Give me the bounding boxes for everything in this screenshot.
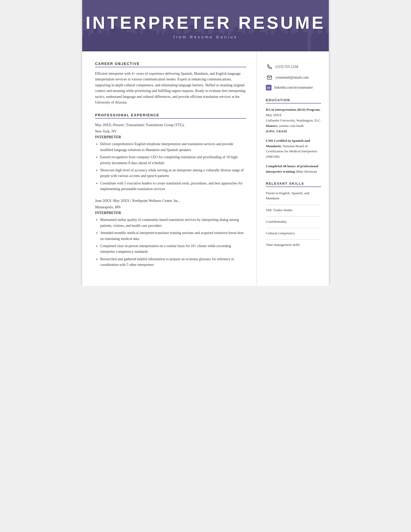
edu-item-3: Completed 40 hours of professional inter… xyxy=(266,164,321,174)
content-area: CAREER OBJECTIVE Efficient interpreter w… xyxy=(82,51,329,286)
linkedin-text: linkedin.com/in/yourname/ xyxy=(274,86,313,90)
job-1-title: INTERPRETER xyxy=(95,135,246,139)
career-objective-heading: CAREER OBJECTIVE xyxy=(95,62,246,67)
left-column: CAREER OBJECTIVE Efficient interpreter w… xyxy=(82,51,257,286)
svg-rect-1 xyxy=(83,31,89,51)
job-block-2: June 20XX–May 20XX | Northpoint Wellness… xyxy=(95,198,246,268)
svg-rect-36 xyxy=(268,30,271,51)
linkedin-icon: in xyxy=(266,85,272,90)
job-block-1: May 20XX–Present | Transatlantic Transla… xyxy=(95,122,246,192)
job-1-city-state: New York, NY xyxy=(95,129,246,134)
phone-contact: (123) 555-1234 xyxy=(266,63,321,70)
job-2-title: INTERPRETER xyxy=(95,211,246,215)
svg-rect-24 xyxy=(204,30,208,51)
list-item: Earned recognition from company CEO for … xyxy=(100,154,246,166)
right-column: (123) 555-1234 youremail@email.com in li… xyxy=(257,51,329,286)
email-icon xyxy=(266,74,273,81)
job-1-date-location: May 20XX–Present | Transatlantic Transla… xyxy=(95,122,246,128)
list-item: Researched and gathered helpful informat… xyxy=(100,256,246,268)
skill-4: Cultural competency xyxy=(266,231,321,236)
job-2-bullets: Maintained stellar quality of community-… xyxy=(100,217,246,268)
skill-3: Confidentiality xyxy=(266,219,321,224)
skill-divider xyxy=(266,216,321,217)
email-text: youremail@email.com xyxy=(276,76,309,80)
education-heading: EDUCATION xyxy=(266,98,321,104)
svg-rect-12 xyxy=(136,30,140,51)
job-2-date-location: June 20XX–May 20XX | Northpoint Wellness… xyxy=(95,198,246,203)
professional-experience-heading: PROFESSIONAL EXPERIENCE xyxy=(95,113,246,119)
svg-rect-16 xyxy=(159,30,162,51)
svg-rect-28 xyxy=(224,31,228,51)
skill-1: Fluent in English, Spanish, and Mandarin xyxy=(266,191,321,201)
edu-honors-italic: summa cum laude xyxy=(279,124,304,128)
list-item: Maintained stellar quality of community-… xyxy=(100,217,246,229)
education-section: EDUCATION BA in Interpretation (BAI) Pro… xyxy=(266,98,321,174)
contact-section: (123) 555-1234 youremail@email.com in li… xyxy=(266,63,321,90)
skill-divider xyxy=(266,205,321,205)
header-section: INTERPRETER RESUME from Resume Genius xyxy=(82,0,329,51)
job-1-bullets: Deliver comprehensive English telephone … xyxy=(100,141,246,192)
skill-divider xyxy=(266,228,321,228)
edu-item-2: CMI Certified in Spanish and Mandarin, N… xyxy=(266,138,321,160)
career-objective-section: CAREER OBJECTIVE Efficient interpreter w… xyxy=(95,62,246,105)
relevant-skills-heading: RELEVANT SKILLS xyxy=(266,182,321,187)
skill-divider xyxy=(266,239,321,240)
resume-page: INTERPRETER RESUME from Resume Genius CA… xyxy=(82,0,329,286)
skill-5: Time management skills xyxy=(266,242,321,247)
edu-institution: Gallaudet University, Washington, D.C. xyxy=(266,118,321,122)
header-title: INTERPRETER RESUME xyxy=(86,13,325,33)
phone-text: (123) 555-1234 xyxy=(276,65,298,69)
edu-degree-bold: BA in Interpretation (BAI) Program xyxy=(266,108,320,111)
list-item: Completed clear in-person interpretation… xyxy=(100,243,246,255)
svg-rect-40 xyxy=(288,30,291,51)
svg-rect-5 xyxy=(102,31,107,51)
job-2-city-state: Minneapolis, MN xyxy=(95,204,246,210)
career-objective-text: Efficient interpreter with 4+ years of e… xyxy=(95,71,246,105)
header-subtitle: from Resume Genius xyxy=(173,35,238,39)
relevant-skills-section: RELEVANT SKILLS Fluent in English, Spani… xyxy=(266,182,321,248)
edu-training-rest: (Blue Horizon) xyxy=(295,170,317,173)
professional-experience-section: PROFESSIONAL EXPERIENCE May 20XX–Present… xyxy=(95,113,246,268)
svg-rect-44 xyxy=(313,30,317,51)
list-item: Deliver comprehensive English telephone … xyxy=(100,141,246,153)
linkedin-contact: in linkedin.com/in/yourname/ xyxy=(266,85,321,90)
phone-icon xyxy=(266,63,273,70)
list-item: Attended monthly medical interpreter/tra… xyxy=(100,230,246,242)
skill-2: SDL Trados Studio xyxy=(266,208,321,213)
edu-item-1: BA in Interpretation (BAI) Program, May … xyxy=(266,107,321,134)
list-item: Showcase high level of accuracy while se… xyxy=(100,167,246,179)
list-item: Coordinate with 5 executive leaders to c… xyxy=(100,181,246,192)
edu-gpa: (GPA: 3.8/4.0) xyxy=(266,129,287,133)
edu-honors-label: Honors: xyxy=(266,124,279,128)
email-contact: youremail@email.com xyxy=(266,74,321,81)
